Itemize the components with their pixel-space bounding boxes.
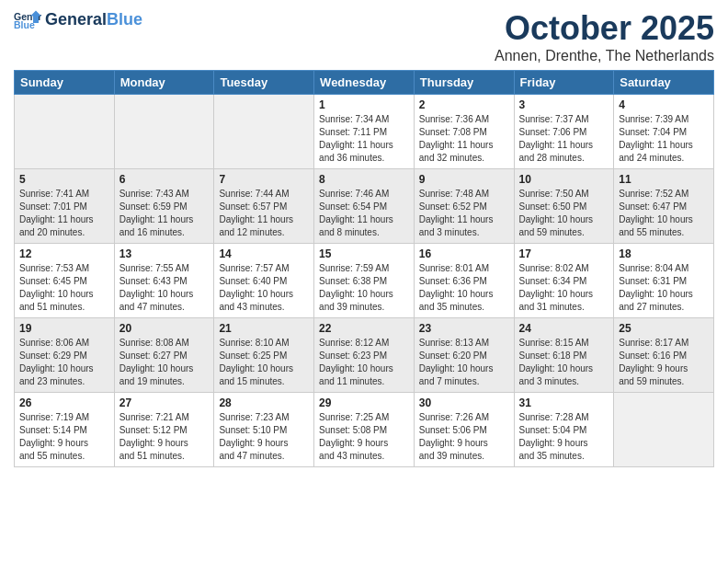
day-number: 29 [319,396,409,409]
header-wednesday: Wednesday [314,71,415,95]
calendar-cell: 28Sunrise: 7:23 AM Sunset: 5:10 PM Dayli… [214,393,314,467]
day-info: Sunrise: 7:57 AM Sunset: 6:40 PM Dayligh… [219,262,309,314]
calendar-cell: 31Sunrise: 7:28 AM Sunset: 5:04 PM Dayli… [514,393,614,467]
calendar-week-row-4: 19Sunrise: 8:06 AM Sunset: 6:29 PM Dayli… [15,318,714,393]
day-number: 31 [519,396,609,409]
calendar-cell: 17Sunrise: 8:02 AM Sunset: 6:34 PM Dayli… [514,244,614,318]
svg-text:Blue: Blue [14,19,35,30]
location: Annen, Drenthe, The Netherlands [495,48,714,64]
day-info: Sunrise: 8:17 AM Sunset: 6:16 PM Dayligh… [619,337,709,388]
logo-icon: General Blue [14,9,41,31]
day-number: 26 [19,396,109,409]
calendar-cell: 1Sunrise: 7:34 AM Sunset: 7:11 PM Daylig… [314,95,415,169]
calendar-cell: 29Sunrise: 7:25 AM Sunset: 5:08 PM Dayli… [314,393,415,467]
day-info: Sunrise: 7:34 AM Sunset: 7:11 PM Dayligh… [319,113,409,165]
header-saturday: Saturday [614,71,714,95]
day-info: Sunrise: 7:21 AM Sunset: 5:12 PM Dayligh… [119,411,210,463]
calendar-cell: 27Sunrise: 7:21 AM Sunset: 5:12 PM Dayli… [114,393,214,467]
day-number: 4 [619,98,709,111]
calendar-cell: 23Sunrise: 8:13 AM Sunset: 6:20 PM Dayli… [414,318,514,393]
day-info: Sunrise: 7:41 AM Sunset: 7:01 PM Dayligh… [19,188,109,239]
day-info: Sunrise: 7:55 AM Sunset: 6:43 PM Dayligh… [119,262,210,314]
day-info: Sunrise: 7:43 AM Sunset: 6:59 PM Dayligh… [119,188,210,239]
day-number: 6 [119,173,210,186]
day-info: Sunrise: 8:12 AM Sunset: 6:23 PM Dayligh… [319,337,409,388]
day-number: 19 [19,322,109,335]
day-number: 7 [219,173,309,186]
day-number: 23 [419,322,509,335]
day-number: 1 [319,98,409,111]
calendar-week-row-3: 12Sunrise: 7:53 AM Sunset: 6:45 PM Dayli… [15,244,714,318]
day-number: 3 [519,98,609,111]
calendar-cell: 12Sunrise: 7:53 AM Sunset: 6:45 PM Dayli… [15,244,115,318]
day-info: Sunrise: 7:28 AM Sunset: 5:04 PM Dayligh… [519,411,609,463]
day-info: Sunrise: 8:06 AM Sunset: 6:29 PM Dayligh… [19,337,109,388]
day-info: Sunrise: 7:52 AM Sunset: 6:47 PM Dayligh… [619,188,709,239]
day-info: Sunrise: 7:19 AM Sunset: 5:14 PM Dayligh… [19,411,109,463]
day-number: 20 [119,322,210,335]
day-info: Sunrise: 8:02 AM Sunset: 6:34 PM Dayligh… [519,262,609,314]
calendar-cell: 14Sunrise: 7:57 AM Sunset: 6:40 PM Dayli… [214,244,314,318]
day-number: 17 [519,247,609,260]
day-info: Sunrise: 7:46 AM Sunset: 6:54 PM Dayligh… [319,188,409,239]
day-info: Sunrise: 7:25 AM Sunset: 5:08 PM Dayligh… [319,411,409,463]
calendar-cell: 8Sunrise: 7:46 AM Sunset: 6:54 PM Daylig… [314,169,415,244]
day-number: 25 [619,322,709,335]
header: General Blue GeneralBlue October 2025 An… [14,9,714,64]
day-info: Sunrise: 7:23 AM Sunset: 5:10 PM Dayligh… [219,411,309,463]
day-number: 10 [519,173,609,186]
calendar-cell: 9Sunrise: 7:48 AM Sunset: 6:52 PM Daylig… [414,169,514,244]
calendar-week-row-2: 5Sunrise: 7:41 AM Sunset: 7:01 PM Daylig… [15,169,714,244]
day-info: Sunrise: 8:13 AM Sunset: 6:20 PM Dayligh… [419,337,509,388]
calendar-week-row-1: 1Sunrise: 7:34 AM Sunset: 7:11 PM Daylig… [15,95,714,169]
calendar-cell: 6Sunrise: 7:43 AM Sunset: 6:59 PM Daylig… [114,169,214,244]
day-info: Sunrise: 8:01 AM Sunset: 6:36 PM Dayligh… [419,262,509,314]
calendar-cell: 19Sunrise: 8:06 AM Sunset: 6:29 PM Dayli… [15,318,115,393]
calendar-table: Sunday Monday Tuesday Wednesday Thursday… [14,70,714,467]
calendar-cell: 30Sunrise: 7:26 AM Sunset: 5:06 PM Dayli… [414,393,514,467]
calendar-cell: 7Sunrise: 7:44 AM Sunset: 6:57 PM Daylig… [214,169,314,244]
calendar-cell: 11Sunrise: 7:52 AM Sunset: 6:47 PM Dayli… [614,169,714,244]
day-number: 27 [119,396,210,409]
header-sunday: Sunday [15,71,115,95]
day-number: 2 [419,98,509,111]
day-number: 24 [519,322,609,335]
day-number: 11 [619,173,709,186]
header-friday: Friday [514,71,614,95]
day-info: Sunrise: 7:50 AM Sunset: 6:50 PM Dayligh… [519,188,609,239]
day-number: 14 [219,247,309,260]
calendar-cell: 15Sunrise: 7:59 AM Sunset: 6:38 PM Dayli… [314,244,415,318]
day-number: 22 [319,322,409,335]
day-info: Sunrise: 8:10 AM Sunset: 6:25 PM Dayligh… [219,337,309,388]
calendar-cell [614,393,714,467]
calendar-cell: 2Sunrise: 7:36 AM Sunset: 7:08 PM Daylig… [414,95,514,169]
calendar-cell: 5Sunrise: 7:41 AM Sunset: 7:01 PM Daylig… [15,169,115,244]
day-number: 8 [319,173,409,186]
calendar-cell: 16Sunrise: 8:01 AM Sunset: 6:36 PM Dayli… [414,244,514,318]
day-info: Sunrise: 7:26 AM Sunset: 5:06 PM Dayligh… [419,411,509,463]
month-title: October 2025 [495,9,714,48]
day-number: 13 [119,247,210,260]
day-info: Sunrise: 8:15 AM Sunset: 6:18 PM Dayligh… [519,337,609,388]
day-info: Sunrise: 7:44 AM Sunset: 6:57 PM Dayligh… [219,188,309,239]
day-info: Sunrise: 8:04 AM Sunset: 6:31 PM Dayligh… [619,262,709,314]
calendar-cell: 25Sunrise: 8:17 AM Sunset: 6:16 PM Dayli… [614,318,714,393]
title-block: October 2025 Annen, Drenthe, The Netherl… [495,9,714,64]
day-number: 15 [319,247,409,260]
calendar-cell: 18Sunrise: 8:04 AM Sunset: 6:31 PM Dayli… [614,244,714,318]
calendar-cell: 10Sunrise: 7:50 AM Sunset: 6:50 PM Dayli… [514,169,614,244]
header-tuesday: Tuesday [214,71,314,95]
calendar-body: 1Sunrise: 7:34 AM Sunset: 7:11 PM Daylig… [15,95,714,467]
calendar-cell: 24Sunrise: 8:15 AM Sunset: 6:18 PM Dayli… [514,318,614,393]
day-info: Sunrise: 7:36 AM Sunset: 7:08 PM Dayligh… [419,113,509,165]
day-info: Sunrise: 7:48 AM Sunset: 6:52 PM Dayligh… [419,188,509,239]
day-number: 21 [219,322,309,335]
day-number: 30 [419,396,509,409]
logo: General Blue GeneralBlue [14,9,142,31]
day-number: 12 [19,247,109,260]
calendar-cell: 22Sunrise: 8:12 AM Sunset: 6:23 PM Dayli… [314,318,415,393]
calendar-week-row-5: 26Sunrise: 7:19 AM Sunset: 5:14 PM Dayli… [15,393,714,467]
day-number: 9 [419,173,509,186]
logo-general: General [45,10,107,29]
page: General Blue GeneralBlue October 2025 An… [0,0,728,563]
